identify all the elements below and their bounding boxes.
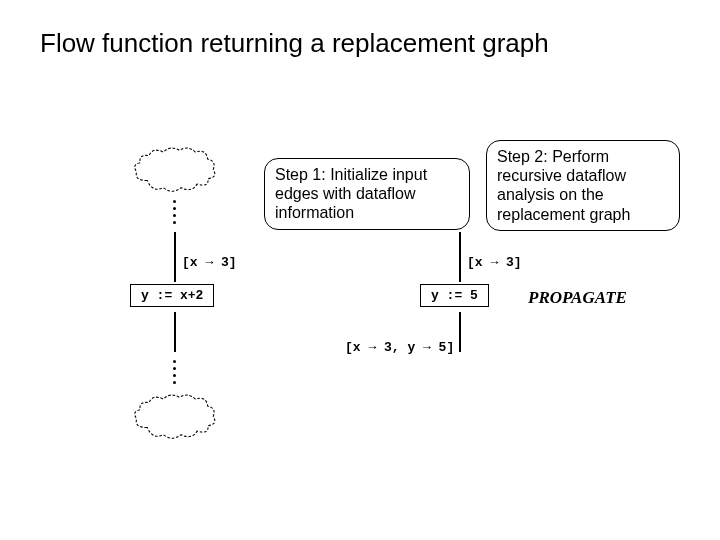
node-left: y := x+2 bbox=[130, 284, 214, 307]
slide: Flow function returning a replacement gr… bbox=[0, 0, 720, 540]
dotted-edge-bottom bbox=[173, 356, 175, 386]
edge-in-left bbox=[174, 232, 176, 282]
step1-callout: Step 1: Initialize input edges with data… bbox=[264, 158, 470, 230]
step2-text: Step 2: Perform recursive dataflow analy… bbox=[497, 148, 630, 223]
slide-title: Flow function returning a replacement gr… bbox=[40, 28, 549, 59]
cloud-top-icon bbox=[128, 145, 220, 193]
edge-out-right bbox=[459, 312, 461, 352]
cloud-bottom-icon bbox=[128, 392, 220, 440]
edge-in-right bbox=[459, 232, 461, 282]
edge-label-right-in: [x → 3] bbox=[467, 255, 522, 270]
dotted-edge-top bbox=[173, 196, 175, 226]
propagate-label: PROPAGATE bbox=[528, 288, 627, 308]
step2-callout: Step 2: Perform recursive dataflow analy… bbox=[486, 140, 680, 231]
edge-label-left-in: [x → 3] bbox=[182, 255, 237, 270]
step1-text: Step 1: Initialize input edges with data… bbox=[275, 166, 427, 221]
edge-out-left bbox=[174, 312, 176, 352]
edge-label-right-out: [x → 3, y → 5] bbox=[345, 340, 454, 355]
node-right: y := 5 bbox=[420, 284, 489, 307]
